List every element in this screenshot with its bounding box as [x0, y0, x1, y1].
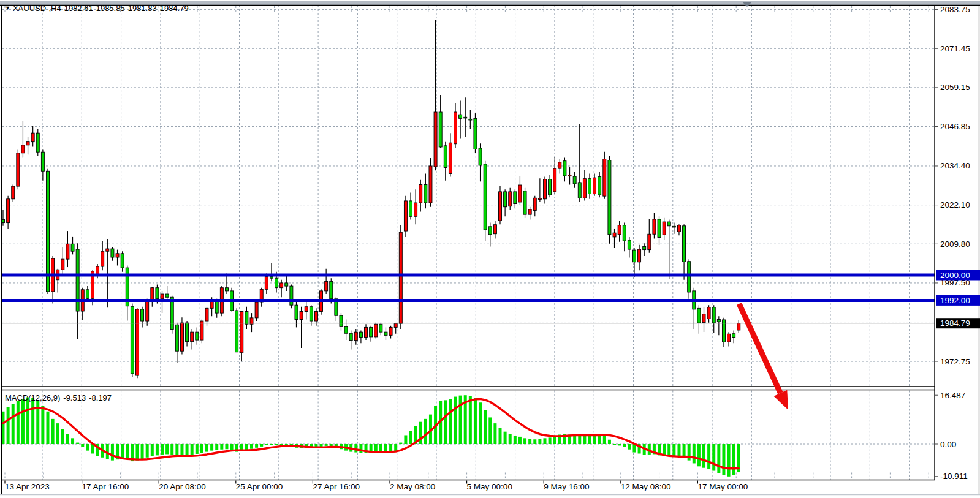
time-tick-label: 13 Apr 2023 — [5, 482, 50, 491]
candle — [235, 308, 238, 352]
candle — [135, 308, 139, 378]
price-tick-label: 2009.80 — [940, 240, 970, 249]
time-tick-label: 17 May 00:00 — [697, 482, 748, 491]
hline-price-tag: 1992.00 — [936, 295, 980, 306]
symbol-period-label: XAUUSD-,H4 — [13, 4, 61, 13]
time-tick-label: 27 Apr 16:00 — [313, 482, 360, 491]
price-tick-label: 2022.10 — [940, 200, 970, 209]
time-tick-label: 20 Apr 08:00 — [159, 482, 206, 491]
chart-window: 2083.752071.452059.152046.852034.402022.… — [0, 0, 980, 498]
candle — [36, 129, 39, 156]
time-tick-label: 25 Apr 00:00 — [236, 482, 283, 491]
price-tick-label: 2071.45 — [940, 44, 970, 53]
hline-price-tag: 2000.00 — [936, 270, 980, 281]
chart-canvas[interactable]: 2083.752071.452059.152046.852034.402022.… — [0, 0, 980, 498]
candle — [603, 152, 606, 199]
candle — [320, 289, 323, 314]
current-price-tag: 1984.79 — [936, 318, 980, 328]
time-tick-label: 2 May 08:00 — [390, 482, 435, 491]
macd-tick-label: 16.487 — [940, 391, 965, 400]
price-tick-label: 2034.40 — [940, 161, 970, 170]
macd-tick-label: -10.911 — [940, 472, 968, 481]
svg-text:1992.00: 1992.00 — [940, 296, 970, 305]
candle — [404, 196, 407, 237]
candle — [131, 304, 134, 377]
time-tick-label: 9 May 16:00 — [544, 482, 589, 491]
close-value: 1984.79 — [160, 4, 189, 13]
candle — [523, 188, 526, 218]
candle — [255, 300, 258, 321]
candle — [290, 285, 293, 309]
symbol-ohlc-header: ▼XAUUSD-,H41982.611985.851981.831984.79 — [5, 4, 189, 13]
time-tick-label: 5 May 00:00 — [467, 482, 512, 491]
candle — [374, 323, 378, 339]
price-tick-label: 2059.15 — [940, 83, 970, 92]
open-value: 1982.61 — [64, 4, 93, 13]
candle — [608, 156, 611, 244]
svg-text:2000.00: 2000.00 — [940, 271, 970, 280]
time-tick-label: 17 Apr 16:00 — [82, 482, 129, 491]
candle — [499, 186, 502, 224]
candle — [399, 225, 402, 329]
price-tick-label: 1972.75 — [940, 357, 970, 366]
macd-signal-value: -8.197 — [89, 393, 112, 402]
candle — [17, 150, 20, 190]
macd-indicator-label: MACD(12,26,9)-9.513-8.197 — [5, 393, 112, 402]
price-tick-label: 2046.85 — [940, 122, 970, 131]
low-value: 1981.83 — [128, 4, 157, 13]
svg-text:1984.79: 1984.79 — [940, 319, 970, 328]
macd-tick-label: 0.00 — [940, 440, 956, 449]
macd-name: MACD(12,26,9) — [5, 393, 60, 402]
high-value: 1985.85 — [96, 4, 125, 13]
time-tick-label: 12 May 08:00 — [621, 482, 671, 491]
symbol-dropdown-icon[interactable]: ▼ — [5, 5, 10, 11]
candle — [484, 161, 487, 241]
price-tick-label: 2083.75 — [940, 5, 970, 14]
candle — [474, 113, 477, 153]
macd-main-value: -9.513 — [63, 393, 86, 402]
